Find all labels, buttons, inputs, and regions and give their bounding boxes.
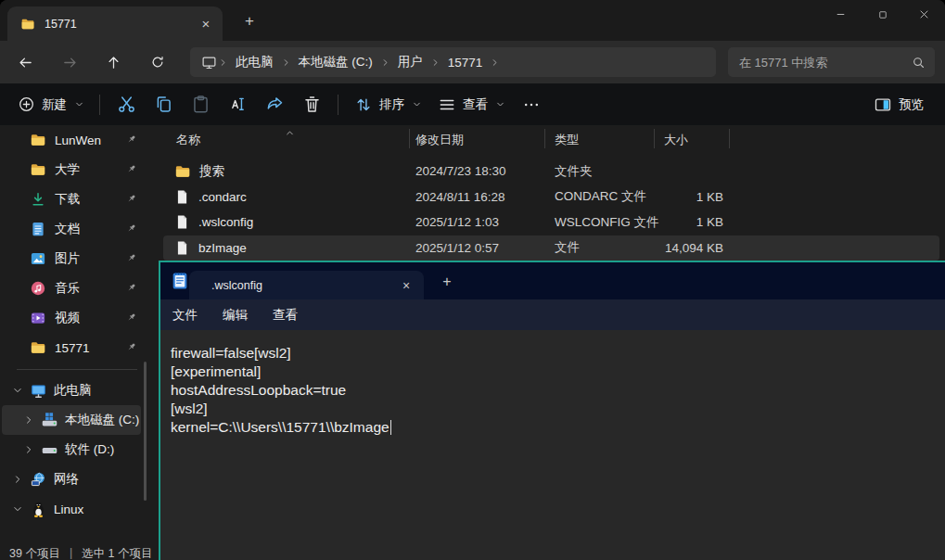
command-bar: 新建 排序 查看 预览 xyxy=(0,83,945,125)
pin-icon xyxy=(125,193,137,205)
chevron-down-icon xyxy=(496,100,504,108)
breadcrumb-item-this-pc[interactable]: 此电脑 xyxy=(229,54,280,70)
search-icon[interactable] xyxy=(912,56,926,70)
text-line-content: kernel=C:\\Users\\15771\\bzImage xyxy=(171,419,389,435)
menu-view[interactable]: 查看 xyxy=(273,307,298,324)
preview-button-label: 预览 xyxy=(899,96,924,113)
sidebar-item-label: 软件 (D:) xyxy=(65,441,114,458)
chevron-right-icon[interactable] xyxy=(22,415,35,425)
delete-button[interactable] xyxy=(293,89,330,121)
search-input[interactable] xyxy=(728,55,912,70)
sidebar-scrollbar[interactable] xyxy=(144,362,147,501)
sidebar-item-this-pc[interactable]: 此电脑 xyxy=(2,375,141,405)
file-row-wslconfig[interactable]: .wslconfig 2025/1/12 1:03 WSLCONFIG 文件 1… xyxy=(163,210,939,235)
share-button[interactable] xyxy=(256,89,293,121)
rename-button[interactable] xyxy=(219,89,256,121)
column-divider[interactable] xyxy=(729,129,730,148)
chevron-right-icon[interactable] xyxy=(11,475,24,484)
sidebar-item-label: 15771 xyxy=(55,341,90,355)
chevron-down-icon xyxy=(413,100,421,108)
pin-icon xyxy=(125,134,137,146)
breadcrumb-item-users[interactable]: 用户 xyxy=(391,54,429,70)
up-button[interactable] xyxy=(98,47,128,77)
chevron-right-icon[interactable] xyxy=(22,445,35,454)
notepad-text-area[interactable]: firewall=false[wsl2] [experimental] host… xyxy=(160,330,945,437)
scissors-icon xyxy=(117,95,136,114)
refresh-button[interactable] xyxy=(143,47,172,77)
column-header-size[interactable]: 大小 xyxy=(664,132,688,148)
pin-icon xyxy=(125,312,137,324)
breadcrumb: 此电脑 本地磁盘 (C:) 用户 15771 xyxy=(190,47,716,77)
minimize-button[interactable] xyxy=(820,0,862,29)
notepad-tab-close-icon[interactable]: × xyxy=(398,278,415,293)
sidebar-item-lunwen[interactable]: LunWen xyxy=(2,125,150,155)
sidebar-item-downloads[interactable]: 下载 xyxy=(2,185,150,214)
sidebar-item-drive-d[interactable]: 软件 (D:) xyxy=(2,435,141,465)
sidebar-item-music[interactable]: 音乐 xyxy=(2,274,150,303)
column-header-name[interactable]: 名称 xyxy=(176,132,200,148)
paste-button[interactable] xyxy=(182,89,219,121)
sidebar-item-documents[interactable]: 文档 xyxy=(2,214,150,244)
view-button-label: 查看 xyxy=(463,96,488,113)
menu-edit[interactable]: 编辑 xyxy=(223,307,248,324)
chevron-down-icon[interactable] xyxy=(11,386,24,395)
pin-icon xyxy=(125,223,137,235)
sidebar-item-drive-c[interactable]: 本地磁盘 (C:) xyxy=(2,405,141,435)
pin-icon xyxy=(125,252,137,264)
chevron-down-icon[interactable] xyxy=(11,504,24,514)
clipboard-icon xyxy=(191,95,211,114)
file-row-condarc[interactable]: .condarc 2024/8/11 16:28 CONDARC 文件 1 KB xyxy=(163,185,939,210)
navigation-bar: 此电脑 本地磁盘 (C:) 用户 15771 xyxy=(0,41,945,83)
more-options-button[interactable] xyxy=(513,89,550,121)
picture-icon xyxy=(30,250,46,267)
rename-icon xyxy=(228,95,248,114)
sidebar-item-label: 此电脑 xyxy=(54,382,92,399)
breadcrumb-item-15771[interactable]: 15771 xyxy=(441,56,490,70)
new-button[interactable]: 新建 xyxy=(9,89,92,121)
preview-toggle-button[interactable]: 预览 xyxy=(865,89,932,121)
forward-button[interactable] xyxy=(55,47,84,77)
sidebar-item-label: 下载 xyxy=(55,191,80,208)
column-header-type[interactable]: 类型 xyxy=(555,132,579,148)
file-row-search-folder[interactable]: 搜索 2024/7/23 18:30 文件夹 xyxy=(163,159,939,185)
sidebar-item-linux[interactable]: Linux xyxy=(2,494,141,524)
maximize-button[interactable] xyxy=(862,0,903,29)
column-divider[interactable] xyxy=(544,129,545,148)
arrow-right-icon xyxy=(62,55,78,70)
sidebar-item-network[interactable]: 网络 xyxy=(2,465,141,494)
view-button[interactable]: 查看 xyxy=(429,89,513,121)
explorer-tab-title: 15771 xyxy=(45,18,197,31)
text-line: kernel=C:\\Users\\15771\\bzImage xyxy=(171,418,945,437)
arrow-up-icon xyxy=(106,55,121,70)
sidebar-item-pictures[interactable]: 图片 xyxy=(2,244,150,274)
column-header-date[interactable]: 修改日期 xyxy=(415,132,464,148)
arrow-left-icon xyxy=(18,55,33,70)
sort-ascending-icon xyxy=(286,125,294,139)
sidebar-item-videos[interactable]: 视频 xyxy=(2,303,150,333)
tab-close-icon[interactable]: × xyxy=(197,15,215,33)
toolbar-divider xyxy=(338,95,338,115)
folder-icon xyxy=(30,132,46,148)
sidebar-item-label: 大学 xyxy=(55,161,80,178)
explorer-tab[interactable]: 15771 × xyxy=(7,6,223,41)
file-row-bzimage[interactable]: bzImage 2025/1/12 0:57 文件 14,094 KB xyxy=(163,235,939,261)
notepad-tab[interactable]: .wslconfig × xyxy=(189,271,424,299)
notepad-new-tab-button[interactable]: + xyxy=(437,272,457,292)
file-date: 2025/1/12 0:57 xyxy=(415,235,499,261)
column-divider[interactable] xyxy=(409,129,410,148)
copy-button[interactable] xyxy=(145,89,182,121)
refresh-icon xyxy=(150,55,165,70)
cut-button[interactable] xyxy=(108,89,145,121)
sidebar-item-university[interactable]: 大学 xyxy=(2,155,150,185)
sidebar-item-15771[interactable]: 15771 xyxy=(2,333,150,363)
new-tab-button[interactable]: + xyxy=(237,10,262,32)
back-button[interactable] xyxy=(10,47,40,77)
sort-button[interactable]: 排序 xyxy=(346,89,429,121)
text-line: firewall=false[wsl2] xyxy=(171,344,945,363)
plus-circle-icon xyxy=(18,95,35,113)
breadcrumb-item-drive-c[interactable]: 本地磁盘 (C:) xyxy=(292,54,379,70)
close-button[interactable] xyxy=(903,0,945,29)
maximize-icon xyxy=(877,9,888,20)
menu-file[interactable]: 文件 xyxy=(172,307,198,324)
column-divider[interactable] xyxy=(654,129,655,148)
